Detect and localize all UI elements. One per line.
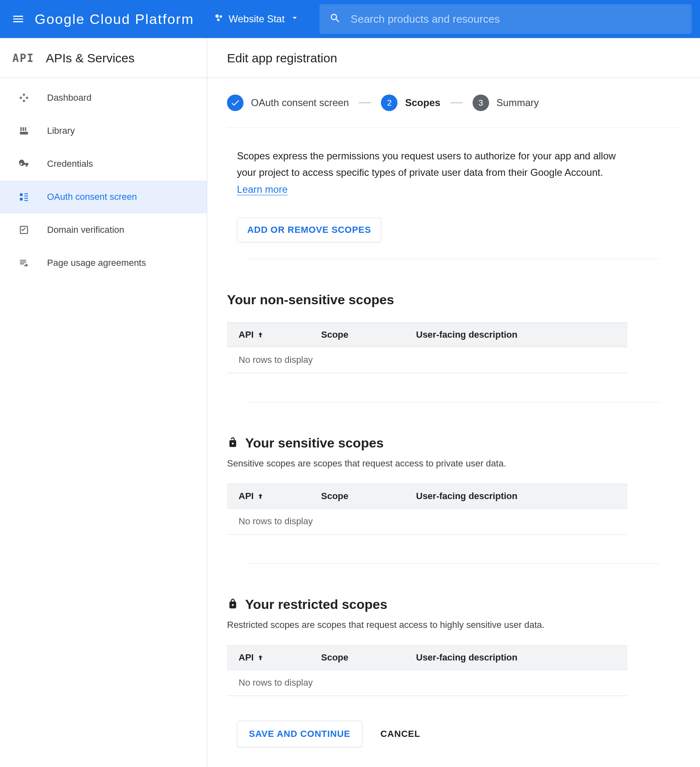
app-header: Google Cloud Platform Website Stat (0, 0, 700, 38)
intro-text: Scopes express the permissions you reque… (237, 148, 622, 198)
stepper: OAuth consent screen 2 Scopes 3 Summary (207, 78, 700, 128)
sidebar-item-label: Dashboard (47, 92, 92, 103)
column-header-description[interactable]: User-facing description (404, 322, 627, 347)
sidebar-item-label: Credentials (47, 159, 93, 169)
svg-rect-6 (24, 196, 28, 196)
restricted-scopes-table: API Scope User-facing description No row… (227, 645, 627, 696)
column-header-description[interactable]: User-facing description (404, 645, 627, 670)
step-label: OAuth consent screen (251, 97, 349, 109)
dashboard-icon (17, 91, 31, 104)
column-header-api[interactable]: API (227, 484, 310, 508)
search-icon (329, 12, 341, 26)
brand-rest: Cloud Platform (85, 11, 194, 27)
section-description: Sensitive scopes are scopes that request… (227, 458, 680, 469)
step-number: 2 (381, 95, 397, 111)
column-header-scope[interactable]: Scope (310, 322, 404, 347)
column-header-scope[interactable]: Scope (310, 645, 404, 670)
sort-arrow-up-icon (254, 329, 265, 340)
sidebar-item-library[interactable]: Library (0, 114, 207, 147)
svg-point-2 (217, 19, 220, 21)
sort-arrow-up-icon (254, 491, 265, 501)
step-number: 3 (473, 95, 489, 111)
project-icon (214, 13, 224, 25)
brand-title: Google Cloud Platform (35, 11, 194, 27)
sidebar-item-oauth-consent[interactable]: OAuth consent screen (0, 180, 207, 213)
column-header-scope[interactable]: Scope (310, 484, 404, 508)
sidebar-item-label: Library (47, 125, 75, 136)
section-non-sensitive-scopes: Your non-sensitive scopes API Scope User… (227, 259, 680, 373)
add-remove-scopes-button[interactable]: ADD OR REMOVE SCOPES (237, 218, 381, 242)
save-and-continue-button[interactable]: SAVE AND CONTINUE (237, 721, 362, 747)
svg-rect-4 (20, 198, 23, 201)
page-title: Edit app registration (227, 51, 337, 65)
column-header-api[interactable]: API (227, 322, 310, 347)
key-icon (17, 157, 31, 170)
step-separator (359, 102, 371, 103)
section-sensitive-scopes: Your sensitive scopes Sensitive scopes a… (227, 402, 680, 535)
sensitive-scopes-table: API Scope User-facing description No row… (227, 484, 627, 535)
project-name: Website Stat (229, 13, 285, 25)
sidebar-item-domain-verification[interactable]: Domain verification (0, 213, 207, 246)
svg-rect-8 (24, 200, 28, 201)
sidebar-item-dashboard[interactable]: Dashboard (0, 81, 207, 114)
search-input[interactable] (351, 13, 682, 26)
search-container[interactable] (319, 4, 692, 34)
step-label: Scopes (405, 97, 440, 109)
agreements-icon (17, 256, 31, 270)
svg-rect-5 (24, 193, 28, 194)
sidebar: API APIs & Services Dashboard Library (0, 38, 207, 767)
step-summary[interactable]: 3 Summary (473, 95, 539, 111)
section-title: Your sensitive scopes (245, 436, 384, 451)
cancel-button[interactable]: CANCEL (374, 729, 427, 739)
sidebar-item-label: Domain verification (47, 225, 124, 235)
intro-body: Scopes express the permissions you reque… (237, 150, 616, 178)
sidebar-title: APIs & Services (46, 51, 135, 65)
actions-row: SAVE AND CONTINUE CANCEL (227, 696, 680, 747)
non-sensitive-scopes-table: API Scope User-facing description No row… (227, 322, 627, 373)
sidebar-item-label: OAuth consent screen (47, 192, 137, 202)
consent-icon (17, 190, 31, 204)
column-header-description[interactable]: User-facing description (404, 484, 627, 508)
section-description: Restricted scopes are scopes that reques… (227, 620, 680, 630)
sidebar-header: API APIs & Services (0, 38, 207, 78)
project-picker[interactable]: Website Stat (214, 13, 300, 25)
step-label: Summary (497, 97, 539, 109)
svg-point-1 (220, 15, 222, 18)
main-content: Edit app registration OAuth consent scre… (207, 38, 700, 767)
section-title: Your restricted scopes (245, 597, 387, 612)
api-logo: API (12, 52, 34, 64)
library-icon (17, 124, 31, 137)
unlock-icon (227, 436, 239, 450)
empty-row: No rows to display (227, 508, 627, 534)
sidebar-item-label: Page usage agreements (47, 258, 146, 268)
step-scopes[interactable]: 2 Scopes (381, 95, 440, 111)
section-title: Your non-sensitive scopes (227, 292, 394, 308)
sort-arrow-up-icon (254, 652, 265, 663)
step-separator (450, 102, 463, 103)
sidebar-nav: Dashboard Library Credentials OAuth cons… (0, 78, 207, 279)
svg-point-0 (215, 14, 219, 18)
chevron-down-icon (290, 13, 300, 25)
page-title-row: Edit app registration (207, 38, 700, 78)
column-header-api[interactable]: API (227, 645, 310, 670)
empty-row: No rows to display (227, 670, 627, 696)
empty-row: No rows to display (227, 347, 627, 373)
svg-rect-3 (20, 193, 23, 196)
section-restricted-scopes: Your restricted scopes Restricted scopes… (227, 564, 680, 696)
sidebar-item-credentials[interactable]: Credentials (0, 147, 207, 180)
learn-more-link[interactable]: Learn more (237, 184, 288, 195)
step-oauth-consent[interactable]: OAuth consent screen (227, 95, 349, 111)
check-box-icon (17, 223, 31, 237)
sidebar-item-page-usage-agreements[interactable]: Page usage agreements (0, 246, 207, 279)
brand-strong: Google (35, 11, 85, 27)
lock-icon (227, 598, 239, 611)
svg-rect-7 (24, 198, 28, 199)
check-icon (227, 95, 244, 111)
menu-icon[interactable] (8, 9, 28, 29)
